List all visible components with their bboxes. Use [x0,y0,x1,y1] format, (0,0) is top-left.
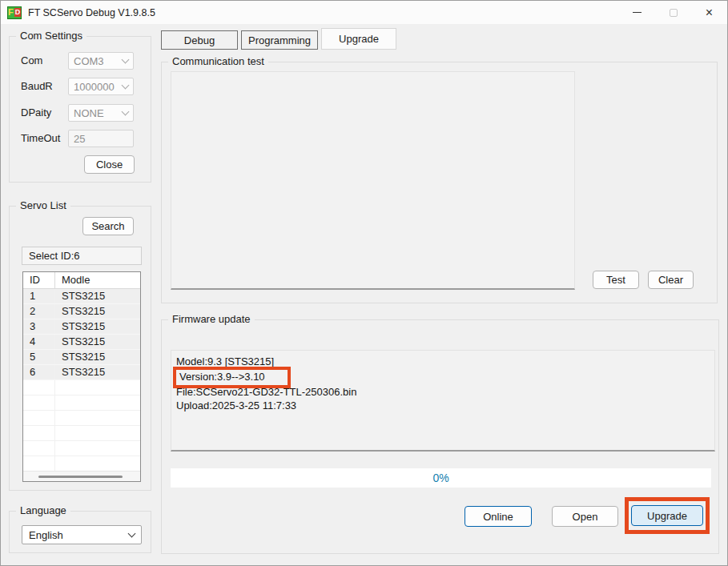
com-settings-group: Com Settings ComCOM3BaudR1000000DPaityNO… [9,36,151,183]
table-row[interactable]: 6STS3215 [23,365,140,380]
online-button[interactable]: Online [465,506,532,527]
language-selected-value: English [29,529,63,541]
chevron-down-icon [128,529,136,537]
chevron-down-icon [122,81,130,89]
test-button[interactable]: Test [593,271,639,289]
cell-id [23,426,55,440]
baudr-select[interactable]: 1000000 [68,78,134,95]
field-label-baudr: BaudR [21,80,53,92]
close-button[interactable]: Close [84,155,135,174]
cell-id: 3 [23,319,55,334]
chevron-down-icon [122,107,130,115]
column-header-id: ID [23,272,55,288]
cell-id: 4 [23,335,55,349]
com-settings-title: Com Settings [16,30,86,42]
language-title: Language [16,504,70,516]
table-row[interactable] [23,441,140,456]
search-button[interactable]: Search [82,217,134,235]
com-field-row-com: ComCOM3 [10,52,151,70]
servo-list-title: Servo List [16,199,70,211]
horizontal-scrollbar[interactable] [23,471,140,481]
open-button[interactable]: Open [552,506,618,527]
app-icon-letter-f: F [8,8,14,17]
table-row[interactable] [23,395,140,411]
cell-modle: STS3215 [55,365,140,379]
cell-modle: STS3215 [55,319,140,334]
select-id-field: Select ID:6 [22,247,142,265]
firmware-info-line: Version:3.9-->3.10 [171,368,714,385]
cell-id: 5 [23,350,55,364]
field-label-com: Com [21,54,42,66]
firmware-info-line: File:SCServo21-GD32-TTL-250306.bin [171,385,714,399]
minimize-icon [633,12,642,13]
window-controls: × [619,1,727,24]
app-icon-letter-d: D [14,8,22,17]
tab-programming[interactable]: Programming [241,30,318,50]
dpaity-value: NONE [74,107,104,119]
cell-id: 2 [23,304,55,319]
firmware-update-group: Firmware update Model:9.3 [STS3215]Versi… [161,319,719,554]
table-row[interactable] [23,456,140,472]
field-label-dpaity: DPaity [21,106,51,118]
clear-button[interactable]: Clear [648,271,694,289]
timeout-input[interactable]: 25 [68,130,134,147]
com-field-row-timeout: TimeOut25 [10,130,151,147]
servo-table-body: 1STS32152STS32153STS32154STS32155STS3215… [23,289,140,472]
cell-modle [55,426,140,440]
language-group: Language English [9,511,151,553]
app-window: F D FT SCServo Debug V1.9.8.5 × DebugPro… [0,0,728,566]
cell-id [23,411,55,425]
table-row[interactable]: 2STS3215 [23,304,140,319]
upgrade-button[interactable]: Upgrade [631,505,703,526]
language-select[interactable]: English [22,525,142,544]
cell-modle [55,456,140,471]
upgrade-progress-bar: 0% [171,468,711,488]
com-field-row-dpaity: DPaityNONE [10,104,151,122]
communication-test-title: Communication test [168,55,268,67]
scrollbar-thumb[interactable] [38,476,123,478]
table-row[interactable]: 5STS3215 [23,350,140,365]
close-icon: × [706,6,713,19]
cell-modle: STS3215 [55,289,140,303]
chevron-down-icon [122,55,130,63]
firmware-info-line: Upload:2025-3-25 11:7:33 [171,399,714,412]
field-label-timeout: TimeOut [21,132,60,144]
tab-upgrade[interactable]: Upgrade [321,28,396,50]
column-header-modle: Modle [55,272,140,288]
com-field-row-baudr: BaudR1000000 [10,78,151,95]
com-select[interactable]: COM3 [68,52,134,70]
minimize-button[interactable] [619,1,655,24]
cell-modle [55,395,140,410]
cell-modle: STS3215 [55,304,140,319]
communication-log[interactable] [171,71,575,290]
com-value: COM3 [74,55,104,67]
cell-modle [55,411,140,425]
dpaity-select[interactable]: NONE [68,104,134,122]
table-row[interactable]: 3STS3215 [23,319,140,335]
servo-table: ID Modle 1STS32152STS32153STS32154STS321… [22,271,141,482]
title-bar: F D FT SCServo Debug V1.9.8.5 × [1,1,727,24]
table-row[interactable] [23,411,140,426]
table-row[interactable] [23,380,140,395]
maximize-button[interactable] [655,1,691,24]
cell-id [23,395,55,410]
tab-debug[interactable]: Debug [161,30,238,50]
cell-id: 1 [23,289,55,303]
table-row[interactable] [23,426,140,441]
baudr-value: 1000000 [74,81,115,93]
cell-id [23,456,55,471]
cell-modle [55,441,140,456]
close-window-button[interactable]: × [691,1,727,24]
servo-list-group: Servo List Search Select ID:6 ID Modle 1… [9,206,151,491]
cell-modle: STS3215 [55,335,140,349]
servo-table-header: ID Modle [23,272,140,289]
table-row[interactable]: 1STS3215 [23,289,140,304]
firmware-update-title: Firmware update [168,313,255,325]
maximize-icon [670,9,678,17]
progress-percent-label: 0% [432,472,448,484]
communication-test-group: Communication test Test Clear [161,62,718,303]
cell-id: 6 [23,365,55,379]
cell-id [23,380,55,395]
table-row[interactable]: 4STS3215 [23,335,140,350]
upgrade-highlight-box: Upgrade [625,497,710,534]
